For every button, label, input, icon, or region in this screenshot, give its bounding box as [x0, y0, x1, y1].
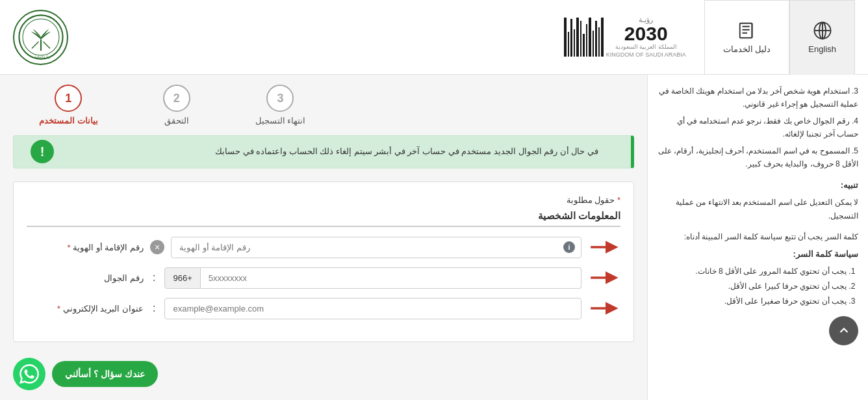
vision-sub-label: المملكة العربية السعوديةKINGDOM OF SAUDI… [606, 44, 686, 59]
warning-banner: ! في حال أن رقم الجوال الجديد مستخدم في … [13, 135, 634, 168]
phone-colon: : [153, 272, 155, 284]
vision-text: رؤيـة 2030 المملكة العربية السعوديةKINGD… [606, 16, 686, 59]
svg-line-9 [43, 42, 50, 49]
services-button[interactable]: دليل الخدمات [704, 0, 790, 75]
phone-row: +966 : رقم الجوال [27, 267, 620, 289]
phone-number-input[interactable] [201, 267, 581, 289]
required-text: حقول مطلوبة [567, 195, 615, 205]
services-label: دليل الخدمات [723, 44, 771, 54]
sidebar-password-title: سياسة كلمة السر: [657, 247, 858, 261]
id-input[interactable] [171, 237, 581, 258]
step-2-circle: 2 [163, 85, 190, 112]
email-required-star: * [57, 304, 60, 313]
step-1-label: بيانات المستخدم [39, 116, 98, 126]
required-star: * [617, 195, 620, 205]
ministry-logo: وزارة الداخلية [13, 10, 68, 65]
phone-wrapper: +966 [164, 267, 581, 289]
id-required-star: * [67, 243, 70, 252]
sidebar-instruction-3: 3. استخدام هوية شخص آخر بدلا من استخدام … [657, 85, 858, 111]
header-nav: English دليل الخدمات رؤيـة 2030 المملكة … [551, 0, 855, 75]
step-1-circle: 1 [55, 85, 82, 112]
email-colon: : [153, 302, 155, 314]
sidebar: 3. استخدام هوية شخص آخر بدلا من استخدام … [647, 75, 868, 400]
arrow-email-icon [588, 299, 620, 318]
email-row: : عنوان البريد الإلكتروني * [27, 298, 620, 319]
phone-field-label: رقم الجوال [27, 273, 144, 283]
arrow-phone-icon [588, 268, 620, 287]
sidebar-instructions: 3. استخدام هوية شخص آخر بدلا من استخدام … [657, 85, 858, 170]
sidebar-note-section: تنبيه: لا يمكن التعديل على اسم المستخدم … [657, 178, 858, 222]
svg-rect-4 [739, 23, 752, 38]
globe-icon [813, 21, 832, 40]
chevron-up-icon [837, 323, 851, 338]
step-2-label: التحقق [164, 116, 189, 126]
email-input[interactable] [164, 298, 581, 319]
arrow-id-icon [588, 237, 620, 257]
sidebar-password-rules: يجب أن تحتوي كلمة المرور على الأقل 8 خان… [657, 265, 858, 308]
barcode-icon [564, 18, 604, 57]
sidebar-note-text: لا يمكن التعديل على اسم المستخدم بعد الا… [657, 196, 858, 222]
step-3: 3 انتهاء التسجيل [255, 85, 306, 126]
back-button[interactable] [829, 316, 858, 345]
chat-bubble[interactable]: عندك سؤال ؟ أسألني [52, 361, 158, 387]
form-area: 3 انتهاء التسجيل 2 التحقق 1 بيانات المست… [0, 75, 647, 400]
step-3-label: انتهاء التسجيل [255, 116, 306, 126]
required-label: * حقول مطلوبة [27, 195, 620, 205]
step-1-number: 1 [65, 92, 71, 105]
english-label: English [808, 44, 836, 54]
step-1: 1 بيانات المستخدم [39, 85, 98, 126]
page-header: English دليل الخدمات رؤيـة 2030 المملكة … [0, 0, 868, 75]
main-container: 3. استخدام هوية شخص آخر بدلا من استخدام … [0, 75, 868, 400]
phone-country-code: +966 [164, 267, 200, 289]
step-3-number: 3 [277, 92, 283, 105]
form-card: * حقول مطلوبة المعلومات الشخصية i [13, 181, 634, 342]
clear-id-button[interactable]: × [150, 240, 164, 254]
whatsapp-icon [19, 364, 39, 384]
sidebar-note-title: تنبيه: [657, 178, 858, 193]
id-field-label: رقم الإقامة أو الهوية * [27, 243, 144, 252]
sidebar-instruction-4: 4. رقم الجوال خاص بك فقط، نرجو عدم استخد… [657, 114, 858, 141]
personal-info-title: المعلومات الشخصية [27, 210, 620, 227]
email-field-label: عنوان البريد الإلكتروني * [27, 304, 144, 313]
ministry-seal-icon: وزارة الداخلية [18, 14, 64, 60]
id-input-wrapper: i [171, 237, 581, 258]
sidebar-password-section: كلمة السر يجب أن تتبع سياسة كلمة السر ال… [657, 230, 858, 308]
whatsapp-button[interactable] [13, 358, 45, 390]
header-logo: وزارة الداخلية [13, 10, 68, 65]
step-2-number: 2 [173, 92, 180, 105]
svg-line-8 [32, 42, 39, 49]
step-2: 2 التحقق [163, 85, 190, 126]
vision-year-label: 2030 [606, 24, 686, 44]
password-rule-3: يجب أن تحتوي حرفا صغيرا على الأقل. [657, 295, 847, 308]
book-icon [737, 21, 757, 40]
password-rule-1: يجب أن تحتوي كلمة المرور على الأقل 8 خان… [657, 265, 847, 278]
vision-logo: رؤيـة 2030 المملكة العربية السعوديةKINGD… [551, 16, 704, 59]
id-row: i × رقم الإقامة أو الهوية * [27, 237, 620, 258]
password-rule-2: يجب أن تحتوي حرفا كبيرا على الأقل. [657, 280, 847, 293]
sidebar-instruction-5: 5. المسموح به في اسم المستخدم، أحرف إنجل… [657, 144, 858, 171]
step-3-circle: 3 [266, 85, 294, 112]
sidebar-password-intro: كلمة السر يجب أن تتبع سياسة كلمة السر ال… [657, 230, 858, 243]
steps-bar: 3 انتهاء التسجيل 2 التحقق 1 بيانات المست… [13, 85, 634, 135]
english-button[interactable]: English [789, 0, 855, 75]
warning-icon: ! [31, 140, 54, 163]
warning-text: في حال أن رقم الجوال الجديد مستخدم في حس… [176, 145, 598, 159]
